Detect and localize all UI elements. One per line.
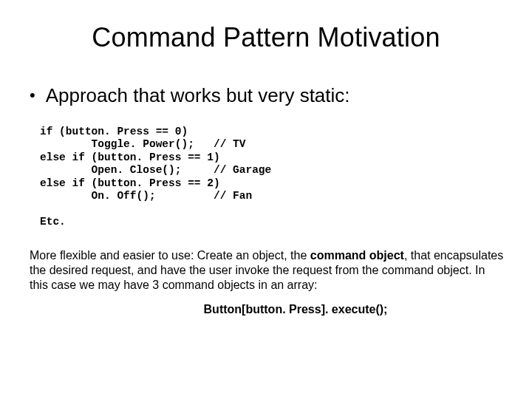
para-prefix: More flexible and easier to use: Create … — [30, 249, 310, 262]
bullet-item: • Approach that works but very static: — [27, 84, 505, 106]
explanation-paragraph: More flexible and easier to use: Create … — [30, 248, 505, 293]
code-etc: Etc. — [40, 216, 505, 228]
bullet-text: Approach that works but very static: — [46, 84, 350, 106]
slide-title: Command Pattern Motivation — [27, 22, 505, 53]
code-block: if (button. Press == 0) Toggle. Power();… — [40, 126, 505, 202]
execute-line: Button[button. Press]. execute(); — [86, 303, 505, 316]
para-bold: command object — [310, 249, 404, 262]
bullet-dot-icon: • — [30, 84, 35, 106]
